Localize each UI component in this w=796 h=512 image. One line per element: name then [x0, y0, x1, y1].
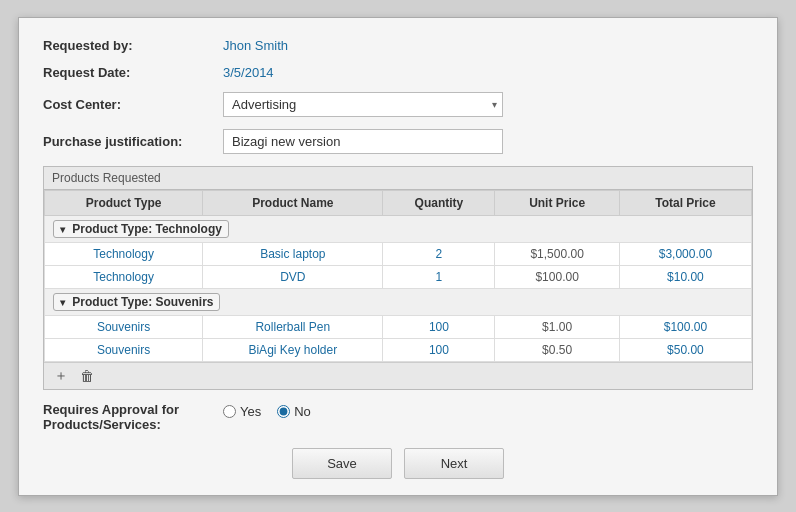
next-button[interactable]: Next: [404, 448, 504, 479]
tech-row1-unit-price: $1,500.00: [495, 242, 619, 265]
group-technology-row[interactable]: ▾ Product Type: Technology: [45, 215, 752, 242]
tech-row1-name: Basic laptop: [203, 242, 383, 265]
table-row: Souvenirs Rollerball Pen 100 $1.00 $100.…: [45, 315, 752, 338]
cost-center-wrapper: Advertising Marketing HR IT ▾: [223, 92, 503, 117]
request-date-row: Request Date: 3/5/2014: [43, 65, 753, 80]
justification-input[interactable]: [223, 129, 503, 154]
col-quantity: Quantity: [383, 190, 495, 215]
group-souvenirs-text: Product Type: Souvenirs: [72, 295, 213, 309]
products-section-title: Products Requested: [44, 167, 752, 190]
table-row: Souvenirs BiAgi Key holder 100 $0.50 $50…: [45, 338, 752, 361]
products-table: Product Type Product Name Quantity Unit …: [44, 190, 752, 362]
tech-row2-name: DVD: [203, 265, 383, 288]
table-row: Technology DVD 1 $100.00 $10.00: [45, 265, 752, 288]
group-souvenirs-row[interactable]: ▾ Product Type: Souvenirs: [45, 288, 752, 315]
tech-row2-type: Technology: [45, 265, 203, 288]
tech-row1-total: $3,000.00: [619, 242, 751, 265]
justification-row: Purchase justification:: [43, 129, 753, 154]
souvenir-row1-total: $100.00: [619, 315, 751, 338]
requested-by-label: Requested by:: [43, 38, 223, 53]
group-technology-text: Product Type: Technology: [72, 222, 222, 236]
group-souvenirs-label: ▾ Product Type: Souvenirs: [53, 293, 220, 311]
approval-yes-option[interactable]: Yes: [223, 404, 261, 419]
col-product-name: Product Name: [203, 190, 383, 215]
expand-technology-icon: ▾: [60, 224, 65, 235]
approval-yes-label: Yes: [240, 404, 261, 419]
approval-radio-group: Yes No: [223, 404, 311, 419]
tech-row2-total: $10.00: [619, 265, 751, 288]
button-bar: Save Next: [43, 448, 753, 479]
souvenir-row1-name: Rollerball Pen: [203, 315, 383, 338]
col-product-type: Product Type: [45, 190, 203, 215]
approval-label-line1: Requires Approval for: [43, 402, 179, 417]
table-footer: ＋ 🗑: [44, 362, 752, 389]
cost-center-row: Cost Center: Advertising Marketing HR IT…: [43, 92, 753, 117]
souvenir-row2-total: $50.00: [619, 338, 751, 361]
expand-souvenirs-icon: ▾: [60, 297, 65, 308]
group-technology-label: ▾ Product Type: Technology: [53, 220, 229, 238]
souvenir-row2-name: BiAgi Key holder: [203, 338, 383, 361]
tech-row1-qty: 2: [383, 242, 495, 265]
souvenir-row2-type: Souvenirs: [45, 338, 203, 361]
col-unit-price: Unit Price: [495, 190, 619, 215]
approval-no-option[interactable]: No: [277, 404, 311, 419]
save-button[interactable]: Save: [292, 448, 392, 479]
approval-yes-radio[interactable]: [223, 405, 236, 418]
products-section: Products Requested Product Type Product …: [43, 166, 753, 390]
request-date-value: 3/5/2014: [223, 65, 274, 80]
souvenir-row2-qty: 100: [383, 338, 495, 361]
tech-row2-qty: 1: [383, 265, 495, 288]
souvenir-row1-qty: 100: [383, 315, 495, 338]
request-date-label: Request Date:: [43, 65, 223, 80]
col-total-price: Total Price: [619, 190, 751, 215]
approval-no-radio[interactable]: [277, 405, 290, 418]
souvenir-row1-type: Souvenirs: [45, 315, 203, 338]
add-row-button[interactable]: ＋: [52, 367, 70, 385]
table-row: Technology Basic laptop 2 $1,500.00 $3,0…: [45, 242, 752, 265]
approval-label-line2: Products/Services:: [43, 417, 161, 432]
approval-label: Requires Approval for Products/Services:: [43, 402, 223, 432]
approval-row: Requires Approval for Products/Services:…: [43, 402, 753, 432]
delete-row-button[interactable]: 🗑: [78, 367, 96, 385]
souvenir-row1-unit-price: $1.00: [495, 315, 619, 338]
tech-row1-type: Technology: [45, 242, 203, 265]
tech-row2-unit-price: $100.00: [495, 265, 619, 288]
approval-no-label: No: [294, 404, 311, 419]
cost-center-label: Cost Center:: [43, 97, 223, 112]
cost-center-select[interactable]: Advertising Marketing HR IT: [223, 92, 503, 117]
justification-label: Purchase justification:: [43, 134, 223, 149]
souvenir-row2-unit-price: $0.50: [495, 338, 619, 361]
requested-by-row: Requested by: Jhon Smith: [43, 38, 753, 53]
main-dialog: Requested by: Jhon Smith Request Date: 3…: [18, 17, 778, 496]
requested-by-value: Jhon Smith: [223, 38, 288, 53]
